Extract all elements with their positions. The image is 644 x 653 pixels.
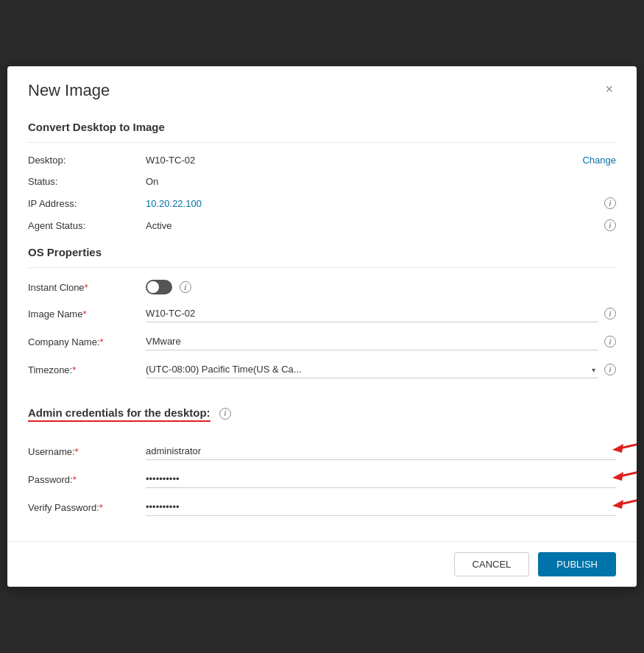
timezone-select-wrapper: (UTC-08:00) Pacific Time(US & Ca... (UTC… <box>146 361 598 378</box>
instant-clone-info-icon[interactable]: i <box>180 281 191 293</box>
svg-line-0 <box>620 437 637 448</box>
verify-password-input[interactable] <box>146 498 616 516</box>
password-input[interactable] <box>146 470 616 488</box>
status-row: Status: On <box>28 176 616 187</box>
agent-status-row: Agent Status: Active i <box>28 219 616 231</box>
timezone-select[interactable]: (UTC-08:00) Pacific Time(US & Ca... (UTC… <box>146 361 598 378</box>
ip-label: IP Address: <box>28 198 146 209</box>
timezone-label: Timezone:* <box>28 364 146 375</box>
image-name-info-icon[interactable]: i <box>604 308 616 320</box>
status-label: Status: <box>28 176 146 187</box>
cancel-button[interactable]: CANCEL <box>454 552 530 576</box>
company-name-input[interactable] <box>146 333 598 350</box>
company-name-required: * <box>100 336 104 347</box>
verify-password-row: Verify Password:* <box>28 498 616 516</box>
status-value: On <box>146 176 616 187</box>
image-name-input[interactable] <box>146 305 598 322</box>
password-label: Password:* <box>28 474 146 485</box>
os-section-title: OS Properties <box>28 246 616 258</box>
instant-clone-toggle[interactable] <box>146 280 172 294</box>
timezone-required: * <box>72 364 76 375</box>
convert-divider <box>28 142 616 143</box>
toggle-thumb <box>147 281 159 293</box>
password-required: * <box>73 474 77 485</box>
verify-password-required: * <box>99 502 103 513</box>
os-divider <box>28 267 616 268</box>
ip-address-row: IP Address: 10.20.22.100 i <box>28 197 616 209</box>
modal-body: Convert Desktop to Image Desktop: W10-TC… <box>7 109 637 541</box>
admin-credentials-info-icon[interactable]: i <box>219 408 231 420</box>
company-name-row: Company Name:* i <box>28 333 616 350</box>
publish-button[interactable]: PUBLISH <box>538 552 616 576</box>
ip-value[interactable]: 10.20.22.100 <box>146 198 600 209</box>
modal-header: New Image × <box>7 66 637 109</box>
modal-overlay: New Image × Convert Desktop to Image Des… <box>0 0 644 653</box>
ip-info-icon[interactable]: i <box>604 197 616 209</box>
agent-status-value: Active <box>146 220 600 231</box>
admin-credentials-title: Admin credentials for the desktop: <box>28 406 210 422</box>
toggle-track <box>146 280 172 294</box>
company-name-label: Company Name:* <box>28 336 146 347</box>
svg-line-4 <box>620 493 637 504</box>
image-name-row: Image Name* i <box>28 305 616 322</box>
timezone-info-icon[interactable]: i <box>604 364 616 375</box>
instant-clone-row: Instant Clone* i <box>28 280 616 294</box>
desktop-value: W10-TC-02 <box>146 155 576 166</box>
company-name-info-icon[interactable]: i <box>604 336 616 347</box>
image-name-required: * <box>82 308 86 320</box>
username-row: Username:* <box>28 442 616 460</box>
image-name-label: Image Name* <box>28 308 146 320</box>
verify-password-label: Verify Password:* <box>28 502 146 513</box>
convert-section-title: Convert Desktop to Image <box>28 121 616 133</box>
username-required: * <box>75 446 79 457</box>
desktop-label: Desktop: <box>28 155 146 166</box>
close-button[interactable]: × <box>602 81 616 97</box>
password-row: Password:* <box>28 470 616 488</box>
new-image-modal: New Image × Convert Desktop to Image Des… <box>7 66 637 587</box>
timezone-row: Timezone:* (UTC-08:00) Pacific Time(US &… <box>28 361 616 378</box>
svg-line-2 <box>620 465 637 476</box>
instant-clone-required: * <box>85 282 88 293</box>
desktop-row: Desktop: W10-TC-02 Change <box>28 155 616 166</box>
modal-title: New Image <box>28 81 110 100</box>
agent-status-label: Agent Status: <box>28 220 146 231</box>
username-label: Username:* <box>28 446 146 457</box>
modal-footer: CANCEL PUBLISH <box>7 541 637 587</box>
agent-status-info-icon[interactable]: i <box>604 219 616 231</box>
instant-clone-label: Instant Clone* <box>28 282 146 293</box>
change-link[interactable]: Change <box>582 155 616 166</box>
username-input[interactable] <box>146 442 616 460</box>
